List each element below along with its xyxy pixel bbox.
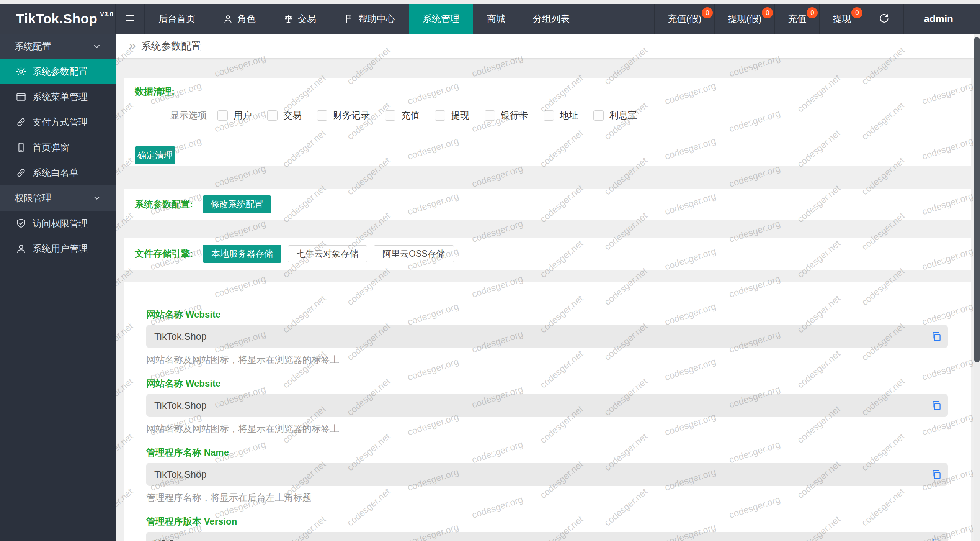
checkbox-option-trade[interactable]: 交易	[267, 109, 302, 121]
sidebar-item-label: 系统用户管理	[33, 243, 88, 255]
copy-button[interactable]	[930, 468, 942, 480]
breadcrumb-label: 系统参数配置	[141, 39, 201, 53]
action-recharge[interactable]: 充值0	[774, 4, 819, 34]
badge-count: 0	[807, 7, 818, 18]
sidebar: 系统配置系统参数配置系统菜单管理支付方式管理首页弹窗系统白名单权限管理访问权限管…	[0, 34, 116, 541]
badge-count: 0	[762, 7, 773, 18]
modify-config-button[interactable]: 修改系统配置	[203, 195, 271, 213]
phone-icon	[15, 142, 27, 153]
checkbox-bankcard[interactable]	[485, 110, 495, 121]
copy-button[interactable]	[930, 330, 942, 343]
nav-item-label: 帮助中心	[358, 13, 395, 25]
action-label: 充值	[788, 13, 806, 25]
checkbox-recharge[interactable]	[385, 110, 395, 121]
sidebar-group-label: 权限管理	[15, 192, 51, 204]
sidebar-item-popup[interactable]: 首页弹窗	[0, 135, 116, 160]
sidebar-item-menus[interactable]: 系统菜单管理	[0, 84, 116, 110]
app-version: V3.0	[100, 11, 113, 18]
nav-item-help[interactable]: 帮助中心	[330, 4, 409, 34]
user-menu[interactable]: admin	[903, 4, 980, 34]
copy-button[interactable]	[930, 399, 942, 411]
menu-icon	[15, 91, 27, 103]
checkbox-label: 利息宝	[609, 109, 637, 121]
badge-count: 0	[851, 7, 862, 18]
nav-item-trade[interactable]: 交易	[270, 4, 330, 34]
options-caption: 显示选项	[170, 109, 207, 121]
checkbox-option-users[interactable]: 用户	[217, 109, 252, 121]
link-icon	[15, 116, 27, 128]
sidebar-toggle-button[interactable]	[116, 4, 145, 34]
storage-option-qiniu[interactable]: 七牛云对象存储	[288, 245, 367, 262]
sidebar-item-payment[interactable]: 支付方式管理	[0, 110, 116, 135]
checkbox-option-recharge[interactable]: 充值	[385, 109, 420, 121]
sidebar-item-label: 支付方式管理	[33, 116, 88, 128]
card-data-clean: 数据清理: 显示选项 用户交易财务记录充值提现银行卡地址利息宝 确定清理	[124, 78, 971, 166]
action-withdraw-fake[interactable]: 提现(假)0	[714, 4, 774, 34]
checkbox-label: 用户	[234, 109, 252, 121]
storage-option-local[interactable]: 本地服务器存储	[203, 245, 281, 263]
user-icon	[15, 243, 27, 254]
form-field-website-2: 网站名称 WebsiteTikTok.Shop网站名称及网站图标，将显示在浏览器…	[146, 377, 948, 435]
field-help: 网站名称及网站图标，将显示在浏览器的标签上	[146, 354, 948, 366]
text-input-website-2[interactable]: TikTok.Shop	[146, 394, 948, 417]
app-title: TikTok.Shop	[16, 11, 97, 26]
field-label: 管理程序版本 Version	[146, 515, 948, 528]
checkbox-label: 地址	[560, 109, 578, 121]
copy-button[interactable]	[930, 537, 942, 541]
nav-item-mall[interactable]: 商城	[473, 4, 519, 34]
refresh-button[interactable]	[864, 4, 903, 34]
sidebar-group-permissions[interactable]: 权限管理	[0, 185, 116, 211]
checkbox-label: 提现	[451, 109, 469, 121]
sidebar-item-label: 系统菜单管理	[33, 91, 88, 103]
nav-item-label: 系统管理	[423, 13, 459, 25]
nav-item-groups[interactable]: 分组列表	[519, 4, 583, 34]
text-input-website-1[interactable]: TikTok.Shop	[146, 325, 948, 348]
copy-icon	[930, 537, 942, 541]
breadcrumb: » 系统参数配置	[116, 34, 980, 58]
checkbox-option-bankcard[interactable]: 银行卡	[485, 109, 528, 121]
link-icon	[15, 167, 27, 179]
sidebar-item-label: 访问权限管理	[33, 217, 88, 230]
checkbox-finance[interactable]	[317, 110, 327, 121]
form-field-version: 管理程序版本 VersionV3.0管理程序版本，将显示在后台左上角标题	[146, 515, 948, 541]
refresh-icon	[878, 13, 890, 25]
nav-item-system[interactable]: 系统管理	[409, 4, 473, 34]
copy-icon	[930, 468, 942, 480]
checkbox-option-address[interactable]: 地址	[544, 109, 578, 121]
app-logo[interactable]: TikTok.Shop V3.0	[0, 4, 116, 34]
input-value: TikTok.Shop	[154, 400, 207, 411]
sidebar-group-system-config[interactable]: 系统配置	[0, 34, 116, 59]
form-field-website-1: 网站名称 WebsiteTikTok.Shop网站名称及网站图标，将显示在浏览器…	[146, 308, 948, 366]
field-help: 管理程序名称，将显示在后台左上角标题	[146, 492, 948, 504]
checkbox-trade[interactable]	[267, 110, 278, 121]
confirm-clean-button[interactable]: 确定清理	[135, 146, 175, 164]
action-recharge-fake[interactable]: 充值(假)0	[654, 4, 714, 34]
storage-title: 文件存储引擎:	[135, 248, 193, 260]
action-withdraw[interactable]: 提现0	[819, 4, 864, 34]
text-input-version[interactable]: V3.0	[146, 532, 948, 541]
checkbox-option-withdraw[interactable]: 提现	[435, 109, 469, 121]
checkbox-withdraw[interactable]	[435, 110, 445, 121]
checkbox-label: 充值	[401, 109, 420, 121]
nav-item-label: 交易	[298, 13, 316, 25]
nav-item-home[interactable]: 后台首页	[145, 4, 209, 34]
scales-icon	[283, 14, 294, 24]
sidebar-item-users[interactable]: 系统用户管理	[0, 236, 116, 261]
flag-icon	[344, 14, 354, 24]
checkbox-interest[interactable]	[593, 110, 604, 121]
nav-item-roles[interactable]: 角色	[209, 4, 270, 34]
sidebar-item-params[interactable]: 系统参数配置	[0, 59, 116, 84]
checkbox-users[interactable]	[217, 110, 228, 121]
sidebar-item-whitelist[interactable]: 系统白名单	[0, 160, 116, 185]
breadcrumb-chevrons-icon: »	[129, 38, 136, 51]
scrollbar-thumb[interactable]	[974, 37, 980, 362]
page-scrollbar[interactable]	[974, 34, 980, 541]
text-input-admin-name[interactable]: TikTok.Shop	[146, 463, 948, 486]
checkbox-option-finance[interactable]: 财务记录	[317, 109, 370, 121]
checkbox-option-interest[interactable]: 利息宝	[593, 109, 637, 121]
checkbox-address[interactable]	[544, 110, 554, 121]
hamburger-icon	[124, 12, 136, 24]
card-sys-config: 系统参数配置: 修改系统配置	[124, 189, 971, 220]
sidebar-item-access[interactable]: 访问权限管理	[0, 211, 116, 236]
storage-option-alioss[interactable]: 阿里云OSS存储	[374, 245, 454, 262]
